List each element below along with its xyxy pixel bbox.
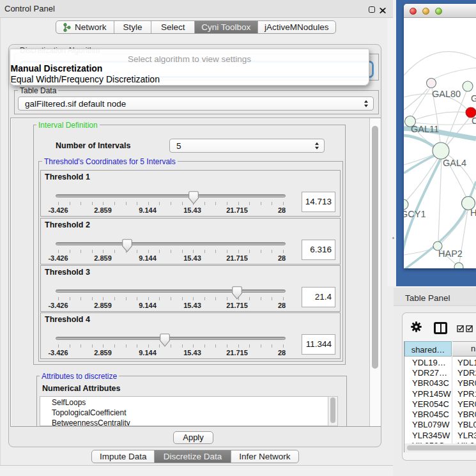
svg-text:GAL3: GAL3: [471, 93, 476, 104]
svg-text:HO: HO: [470, 208, 476, 218]
svg-text:GAL11: GAL11: [411, 124, 439, 134]
svg-text:C: C: [472, 116, 476, 126]
svg-text:GCY1: GCY1: [404, 209, 426, 219]
svg-text:GAL80: GAL80: [432, 89, 461, 99]
svg-text:HAP2: HAP2: [438, 249, 463, 259]
svg-text:GAL4: GAL4: [443, 158, 466, 168]
